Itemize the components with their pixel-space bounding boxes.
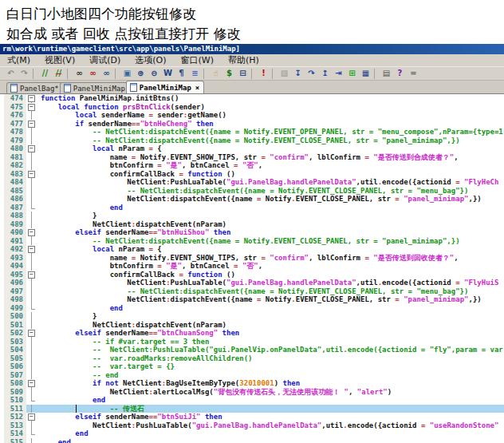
fold-marker-icon[interactable] xyxy=(26,413,37,421)
comment-icon[interactable]: // xyxy=(38,68,52,80)
fold-marker-icon[interactable] xyxy=(26,144,37,153)
uncomment-icon[interactable]: // xyxy=(52,68,65,80)
code-line[interactable]: 495 confirmCallBack = function () xyxy=(0,271,504,279)
fold-marker-icon[interactable] xyxy=(26,103,37,112)
line-number: 507 xyxy=(4,371,26,380)
line-number: 487 xyxy=(4,204,26,212)
code-line[interactable]: 504 -- NetClient:PushLuaTable("gui.Panel… xyxy=(0,346,504,354)
find-next-icon[interactable]: ∞ xyxy=(100,68,113,80)
add-watch-icon[interactable]: ⊞ xyxy=(345,68,359,80)
breakpoint-icon[interactable]: ▨ xyxy=(278,68,291,80)
code-line[interactable]: 494 btnConfirm = "是", btnCancel = "否", xyxy=(0,262,504,271)
code-line[interactable]: 481 name = Notify.EVENT_SHOW_TIPS, str =… xyxy=(0,153,504,162)
fold-marker-icon[interactable] xyxy=(26,228,37,237)
code-line[interactable]: 515 end xyxy=(0,438,504,443)
fold-marker-icon[interactable] xyxy=(26,120,37,129)
code-line[interactable]: 491 -- NetClient:dispatchEvent({name = N… xyxy=(0,237,504,246)
menu-item-0[interactable]: 式(M) xyxy=(0,54,37,66)
code-line[interactable]: 483 confirmCallBack = function () xyxy=(0,170,504,179)
menu-item-3[interactable]: 选项(O) xyxy=(128,54,173,66)
code-line[interactable]: 478 -- NetClient:dispatchEvent({name = N… xyxy=(0,128,504,136)
code-line[interactable]: 484 NetClient:PushLuaTable("gui.PanelBag… xyxy=(0,178,504,187)
fold-marker-icon[interactable] xyxy=(26,94,37,103)
code-line[interactable]: 510 end xyxy=(0,396,504,405)
code-line[interactable]: 512 elseif senderName=="btnSuiJi" then xyxy=(0,413,504,421)
tab-panelbag[interactable]: PanelBag* xyxy=(6,82,64,93)
overflow-icon[interactable]: = xyxy=(407,68,420,80)
close-window-icon[interactable]: ⊟ xyxy=(236,68,250,80)
code-line[interactable]: 476 local senderName = sender:getName() xyxy=(0,111,504,120)
toolbar-separator xyxy=(67,69,71,79)
code-line[interactable]: 509 NetClient:alertLocalMsg("背包没有传送石头，无法… xyxy=(0,388,504,397)
code-line[interactable]: 475 local function prsBtnClick(sender) xyxy=(0,103,504,112)
menu-item-2[interactable]: 调试(D) xyxy=(82,54,128,66)
code-line[interactable]: 485 -- NetClient:dispatchEvent({name = N… xyxy=(0,187,504,196)
code-line[interactable]: 498 NetClient:dispatchEvent({name = Noti… xyxy=(0,295,504,304)
pilcrow-icon[interactable]: ¶ xyxy=(175,68,188,80)
menu-item-4[interactable]: 窗口(W) xyxy=(174,54,221,66)
code-line[interactable]: 505 -- var.roadMarks:removeAllChildren() xyxy=(0,354,504,363)
code-line[interactable]: 479 -- NetClient:dispatchEvent({name = N… xyxy=(0,136,504,145)
code-editor[interactable]: 474function PanelMiniMap.initBtns()475 l… xyxy=(0,93,504,443)
fold-marker-icon[interactable] xyxy=(26,379,37,388)
code-line[interactable]: 477 if senderName=="btnHeCheng" then xyxy=(0,120,504,129)
code-line[interactable]: 482 btnConfirm = "是", btnCancel = "否", xyxy=(0,161,504,170)
fold-guide xyxy=(26,279,37,287)
code-line[interactable]: 493 name = Notify.EVENT_SHOW_TIPS, str =… xyxy=(0,254,504,263)
line-number: 497 xyxy=(4,287,26,296)
code-line[interactable]: 490 elseif senderName=="btnHuiShou" then xyxy=(0,228,504,237)
hand-icon[interactable]: ☝ xyxy=(209,68,222,80)
code-line[interactable]: 488 } xyxy=(0,212,504,220)
code-line[interactable]: 487 end xyxy=(0,204,504,212)
code-line[interactable]: 499 end xyxy=(0,304,504,313)
code-line[interactable]: 506 -- var.target = {} xyxy=(0,362,504,371)
currency-icon[interactable]: $ xyxy=(222,68,236,80)
fold-marker-icon[interactable] xyxy=(26,170,37,179)
code-line[interactable]: 496 NetClient:PushLuaTable("gui.PanelBag… xyxy=(0,279,504,287)
help-icon[interactable]: ? xyxy=(393,68,407,80)
print-icon[interactable]: ▤ xyxy=(380,68,393,80)
fold-marker-icon[interactable] xyxy=(26,245,37,254)
code-line[interactable]: 513 NetClient:PushLuaTable("gui.PanelBag… xyxy=(0,421,504,430)
fold-marker-icon[interactable] xyxy=(26,271,37,279)
code-line[interactable]: 501 NetClient:dispatchEvent(nParam) xyxy=(0,321,504,330)
tab-panelminimap[interactable]: PanelMiniMap× xyxy=(126,81,204,93)
fold-marker-icon[interactable] xyxy=(26,329,37,338)
code-line[interactable]: 492 local nParam = { xyxy=(0,245,504,254)
line-number: 484 xyxy=(4,178,26,187)
code-line[interactable]: 489 NetClient:dispatchEvent(nParam) xyxy=(0,220,504,229)
find-icon[interactable]: ∞ xyxy=(73,68,86,80)
code-line[interactable]: 486 NetClient:dispatchEvent({name = Noti… xyxy=(0,195,504,204)
frame-icon[interactable]: ▦ xyxy=(359,68,372,80)
code-line[interactable]: 474function PanelMiniMap.initBtns() xyxy=(0,94,504,103)
code-line[interactable]: 497 -- NetClient:dispatchEvent({name = N… xyxy=(0,287,504,296)
stop-icon[interactable]: ! xyxy=(257,68,270,80)
step-into-icon[interactable]: ↧ xyxy=(291,68,305,80)
code-line[interactable]: 508 if not NetClient:BagUseItemByType(32… xyxy=(0,379,504,388)
tab-panelminimap[interactable]: PanelMiniMap xyxy=(60,82,130,93)
code-line[interactable]: 502 elseif senderName=="btnChuanSong" th… xyxy=(0,329,504,338)
step-out-icon[interactable]: ↥ xyxy=(318,68,332,80)
code-line[interactable]: 500 } xyxy=(0,312,504,321)
redo-icon[interactable]: ↷ xyxy=(18,68,31,80)
undo-icon[interactable]: ↶ xyxy=(4,68,18,80)
code-line[interactable]: 507 -- end xyxy=(0,371,504,380)
run-to-cursor-icon[interactable]: ⇥ xyxy=(332,68,345,80)
zoom-out-icon[interactable]: ⊖ xyxy=(148,68,161,80)
zoom-in-icon[interactable]: ⊕ xyxy=(134,68,148,80)
code-text: if not NetClient:BagUseItemByType(320100… xyxy=(37,379,504,388)
step-over-icon[interactable]: ↷ xyxy=(305,68,318,80)
code-line[interactable]: 514 end xyxy=(0,429,504,438)
menu-item-5[interactable]: 帮助(H) xyxy=(221,54,266,66)
code-line[interactable]: 503 -- if #var.target == 3 then xyxy=(0,338,504,346)
find-in-files-icon[interactable]: ∞ xyxy=(86,68,100,80)
close-tab-icon[interactable]: × xyxy=(195,84,199,92)
word-wrap-icon[interactable]: W xyxy=(161,68,175,80)
select-block-icon[interactable]: ▣ xyxy=(120,68,134,80)
code-line[interactable]: 511 -- 传送石 xyxy=(0,405,504,413)
toolbar-separator xyxy=(33,69,37,79)
code-line[interactable]: 480 local nParam = { xyxy=(0,144,504,153)
line-numbers-icon[interactable]: ≡ xyxy=(188,68,202,80)
fold-guide xyxy=(26,204,37,212)
menu-item-1[interactable]: 视图(V) xyxy=(37,54,82,66)
